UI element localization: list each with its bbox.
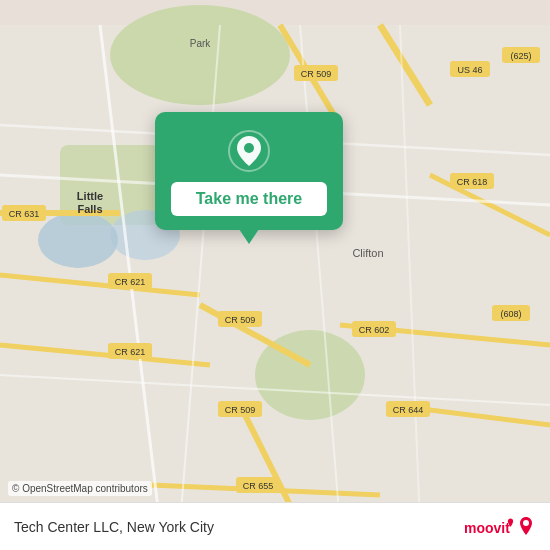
svg-text:US 46: US 46	[457, 65, 482, 75]
svg-text:CR 621: CR 621	[115, 347, 146, 357]
svg-text:Falls: Falls	[77, 203, 102, 215]
svg-point-56	[523, 520, 529, 526]
svg-point-55	[244, 143, 254, 153]
svg-text:CR 509: CR 509	[301, 69, 332, 79]
moovit-logo: moovit	[464, 513, 536, 541]
svg-text:(608): (608)	[500, 309, 521, 319]
moovit-logo-svg: moovit	[464, 513, 536, 541]
svg-text:CR 509: CR 509	[225, 405, 256, 415]
location-pin-icon	[228, 130, 270, 172]
svg-text:moovit: moovit	[464, 520, 510, 536]
svg-text:CR 602: CR 602	[359, 325, 390, 335]
svg-text:CR 618: CR 618	[457, 177, 488, 187]
svg-point-5	[38, 212, 118, 268]
svg-rect-0	[0, 25, 550, 525]
take-me-there-button[interactable]: Take me there	[171, 182, 327, 216]
svg-text:Little: Little	[77, 190, 103, 202]
location-label: Tech Center LLC, New York City	[14, 519, 214, 535]
svg-text:Clifton: Clifton	[352, 247, 383, 259]
svg-text:CR 509: CR 509	[225, 315, 256, 325]
map-container: CR 631 CR 509 US 46 CR 618 CR 509 CR 509…	[0, 0, 550, 550]
svg-text:CR 655: CR 655	[243, 481, 274, 491]
svg-text:CR 644: CR 644	[393, 405, 424, 415]
svg-text:CR 621: CR 621	[115, 277, 146, 287]
svg-point-1	[110, 5, 290, 105]
popup-card: Take me there	[155, 112, 343, 230]
map-background: CR 631 CR 509 US 46 CR 618 CR 509 CR 509…	[0, 0, 550, 550]
copyright-text: © OpenStreetMap contributors	[8, 481, 152, 496]
svg-text:Park: Park	[190, 38, 212, 49]
svg-text:(625): (625)	[510, 51, 531, 61]
bottom-bar: Tech Center LLC, New York City moovit	[0, 502, 550, 550]
svg-text:CR 631: CR 631	[9, 209, 40, 219]
